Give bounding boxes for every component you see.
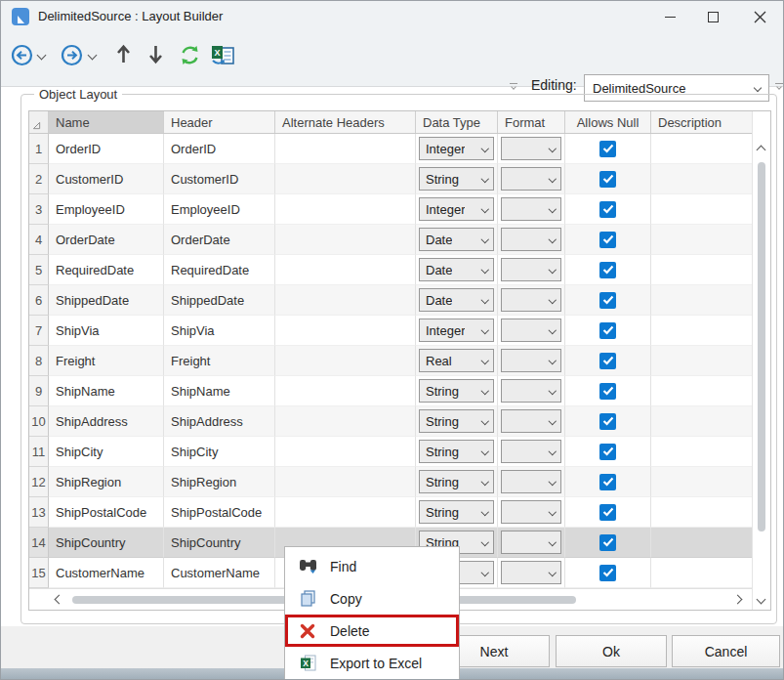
toolbar-overflow-left[interactable] — [509, 83, 517, 89]
alternate-headers-cell[interactable] — [275, 437, 416, 467]
data-type-dropdown[interactable]: String — [419, 379, 494, 403]
column-header-allows-null[interactable]: Allows Null — [565, 111, 651, 133]
data-type-dropdown[interactable]: Date — [419, 258, 494, 281]
minimize-button[interactable] — [648, 1, 691, 32]
row-number-cell[interactable]: 3 — [29, 194, 49, 225]
data-type-dropdown[interactable]: String — [419, 470, 494, 493]
description-cell[interactable] — [651, 285, 752, 316]
header-cell[interactable]: ShipVia — [164, 316, 275, 346]
grid-corner-cell[interactable] — [29, 111, 49, 133]
name-cell[interactable]: ShipVia — [49, 316, 164, 346]
allows-null-checkbox[interactable] — [599, 413, 616, 430]
nav-forward-dropdown[interactable] — [89, 52, 96, 59]
row-number-cell[interactable]: 8 — [29, 346, 49, 376]
format-dropdown[interactable] — [501, 349, 561, 372]
allows-null-checkbox[interactable] — [599, 504, 616, 521]
row-number-cell[interactable]: 2 — [29, 164, 49, 194]
scroll-down-icon[interactable] — [757, 595, 766, 605]
description-cell[interactable] — [651, 225, 752, 255]
row-number-cell[interactable]: 7 — [29, 316, 49, 346]
column-header-data-type[interactable]: Data Type — [416, 111, 498, 133]
name-cell[interactable]: ShipRegion — [49, 467, 164, 497]
description-cell[interactable] — [651, 134, 752, 164]
name-cell[interactable]: CustomerName — [49, 558, 164, 588]
header-cell[interactable]: RequiredDate — [164, 255, 275, 285]
alternate-headers-cell[interactable] — [275, 164, 416, 194]
description-cell[interactable] — [651, 406, 752, 437]
nav-back-button[interactable] — [11, 44, 33, 66]
allows-null-checkbox[interactable] — [599, 262, 616, 278]
alternate-headers-cell[interactable] — [275, 467, 416, 497]
name-cell[interactable]: ShippedDate — [49, 285, 164, 316]
alternate-headers-cell[interactable] — [275, 255, 416, 285]
scroll-right-icon[interactable] — [733, 595, 743, 605]
alternate-headers-cell[interactable] — [275, 225, 416, 255]
description-cell[interactable] — [651, 346, 752, 376]
row-number-cell[interactable]: 9 — [29, 376, 49, 406]
alternate-headers-cell[interactable] — [275, 316, 416, 346]
format-dropdown[interactable] — [501, 531, 561, 554]
name-cell[interactable]: CustomerID — [49, 164, 164, 194]
header-cell[interactable]: ShipAddress — [164, 406, 275, 437]
alternate-headers-cell[interactable] — [275, 194, 416, 225]
row-number-cell[interactable]: 10 — [29, 406, 49, 437]
name-cell[interactable]: ShipName — [49, 376, 164, 406]
scroll-left-icon[interactable] — [55, 595, 64, 605]
header-cell[interactable]: CustomerName — [164, 558, 275, 588]
format-dropdown[interactable] — [501, 319, 561, 342]
description-cell[interactable] — [651, 194, 752, 225]
format-dropdown[interactable] — [501, 137, 561, 160]
move-up-button[interactable] — [115, 44, 132, 64]
allows-null-checkbox[interactable] — [599, 534, 616, 551]
format-dropdown[interactable] — [501, 409, 561, 433]
data-type-dropdown[interactable]: String — [419, 500, 494, 524]
nav-back-dropdown[interactable] — [38, 52, 45, 59]
description-cell[interactable] — [651, 437, 752, 467]
name-cell[interactable]: ShipCountry — [49, 528, 164, 558]
column-header-format[interactable]: Format — [498, 111, 565, 133]
name-cell[interactable]: EmployeeID — [49, 194, 164, 225]
menu-item-copy[interactable]: Copy — [285, 582, 459, 615]
name-cell[interactable]: ShipPostalCode — [49, 497, 164, 528]
scroll-up-icon[interactable] — [757, 146, 766, 155]
allows-null-checkbox[interactable] — [599, 201, 616, 218]
alternate-headers-cell[interactable] — [275, 285, 416, 316]
allows-null-checkbox[interactable] — [599, 383, 616, 400]
header-cell[interactable]: OrderDate — [164, 225, 275, 255]
header-cell[interactable]: ShipRegion — [164, 467, 275, 497]
row-number-cell[interactable]: 5 — [29, 255, 49, 285]
header-cell[interactable]: ShipCountry — [164, 528, 275, 558]
row-number-cell[interactable]: 15 — [29, 558, 49, 588]
format-dropdown[interactable] — [501, 440, 561, 463]
description-cell[interactable] — [651, 316, 752, 346]
name-cell[interactable]: OrderID — [49, 134, 164, 164]
format-dropdown[interactable] — [501, 470, 561, 493]
alternate-headers-cell[interactable] — [275, 406, 416, 437]
nav-forward-button[interactable] — [61, 44, 83, 66]
allows-null-checkbox[interactable] — [599, 444, 616, 460]
header-cell[interactable]: Freight — [164, 346, 275, 376]
row-number-cell[interactable]: 1 — [29, 134, 49, 164]
row-number-cell[interactable]: 12 — [29, 467, 49, 497]
row-number-cell[interactable]: 11 — [29, 437, 49, 467]
header-cell[interactable]: CustomerID — [164, 164, 275, 194]
row-number-cell[interactable]: 6 — [29, 285, 49, 316]
name-cell[interactable]: RequiredDate — [49, 255, 164, 285]
data-type-dropdown[interactable]: String — [419, 409, 494, 433]
row-number-cell[interactable]: 13 — [29, 497, 49, 528]
toolbar-overflow-right[interactable] — [774, 83, 783, 89]
description-cell[interactable] — [651, 528, 752, 558]
column-header-description[interactable]: Description — [651, 111, 752, 133]
alternate-headers-cell[interactable] — [275, 134, 416, 164]
data-type-dropdown[interactable]: Integer — [419, 137, 494, 160]
close-button[interactable] — [738, 1, 781, 32]
name-cell[interactable]: Freight — [49, 346, 164, 376]
header-cell[interactable]: EmployeeID — [164, 194, 275, 225]
name-cell[interactable]: ShipAddress — [49, 406, 164, 437]
allows-null-checkbox[interactable] — [599, 141, 616, 157]
description-cell[interactable] — [651, 497, 752, 528]
format-dropdown[interactable] — [501, 288, 561, 312]
allows-null-checkbox[interactable] — [599, 232, 616, 248]
name-cell[interactable]: ShipCity — [49, 437, 164, 467]
data-type-dropdown[interactable]: Date — [419, 288, 494, 312]
